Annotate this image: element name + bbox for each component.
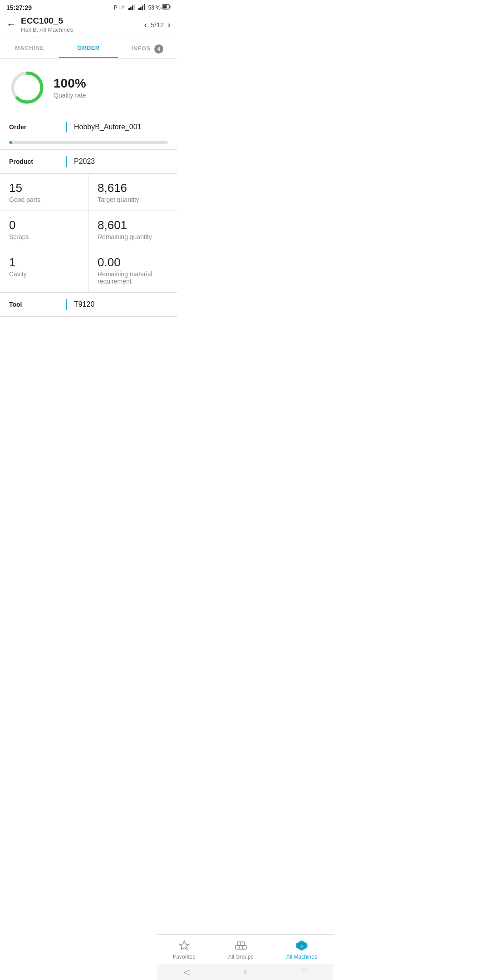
order-content: 100% Quality rate Order HobbyB_Autore_00… — [0, 59, 177, 317]
page-header: ← ECC100_5 Hall B, All Machines ‹ 5/12 › — [0, 13, 177, 38]
remaining-qty-label: Remaining quantity — [98, 233, 168, 240]
next-page-button[interactable]: › — [167, 20, 171, 30]
progress-bar-fill — [9, 141, 12, 144]
page-indicator: 5/12 — [151, 21, 164, 29]
cavity-label: Cavity — [9, 270, 79, 278]
signal-bars2 — [138, 4, 147, 11]
status-icons: P H⁺ 53 % — [114, 4, 171, 11]
order-label: Order — [9, 123, 59, 131]
stat-remaining-qty: 8,601 Remaining quantity — [88, 211, 177, 248]
carrier-icon: P — [114, 5, 118, 11]
tool-value: T9120 — [74, 300, 94, 309]
svg-rect-4 — [134, 4, 135, 10]
remaining-material-value: 0.00 — [98, 255, 168, 270]
svg-rect-3 — [132, 5, 133, 10]
signal-bars — [128, 4, 137, 11]
good-parts-value: 15 — [9, 181, 79, 195]
status-bar: 15:27:29 P H⁺ 53 % — [0, 0, 177, 13]
svg-rect-10 — [170, 6, 171, 8]
svg-rect-5 — [138, 8, 140, 10]
stat-remaining-material: 0.00 Remaining material requirement — [88, 248, 177, 292]
page-navigation: ‹ 5/12 › — [144, 20, 171, 30]
stats-grid: 15 Good parts 8,616 Target quantity 0 Sc… — [0, 174, 177, 293]
svg-rect-8 — [144, 4, 145, 10]
good-parts-label: Good parts — [9, 196, 79, 203]
order-separator — [66, 122, 67, 132]
machine-subtitle: Hall B, All Machines — [21, 26, 73, 33]
svg-rect-11 — [163, 5, 167, 9]
back-button[interactable]: ← — [6, 19, 16, 30]
product-row: Product P2023 — [0, 150, 177, 174]
machine-title: ECC100_5 — [21, 16, 73, 26]
target-qty-label: Target quantity — [98, 196, 168, 203]
svg-text:H⁺: H⁺ — [119, 5, 125, 10]
stat-target-qty: 8,616 Target quantity — [88, 174, 177, 211]
signal-icon: H⁺ — [119, 4, 127, 11]
quality-label: Quality rate — [54, 92, 86, 99]
order-value: HobbyB_Autore_001 — [74, 123, 142, 131]
tab-order[interactable]: ORDER — [59, 38, 118, 58]
svg-rect-1 — [128, 8, 130, 10]
tool-row: Tool T9120 — [0, 293, 177, 317]
svg-rect-6 — [140, 7, 142, 10]
svg-rect-2 — [130, 7, 132, 10]
stat-cavity: 1 Cavity — [0, 248, 88, 292]
progress-bar-background — [9, 141, 168, 144]
battery-icon — [162, 4, 171, 11]
stat-scraps: 0 Scraps — [0, 211, 88, 248]
tab-bar: MACHINE ORDER INFOS 4 — [0, 38, 177, 59]
target-qty-value: 8,616 — [98, 181, 168, 195]
remaining-material-label: Remaining material requirement — [98, 270, 168, 285]
tool-separator — [66, 299, 67, 310]
svg-rect-7 — [142, 5, 143, 10]
infos-badge: 4 — [154, 44, 163, 54]
tab-machine[interactable]: MACHINE — [0, 38, 59, 58]
status-time: 15:27:29 — [6, 4, 32, 11]
order-progress-row — [0, 139, 177, 150]
quality-percent: 100% — [54, 76, 86, 91]
battery-text: 53 % — [148, 5, 161, 11]
quality-circle — [9, 69, 45, 106]
scraps-label: Scraps — [9, 233, 79, 240]
tool-label: Tool — [9, 301, 59, 308]
stat-good-parts: 15 Good parts — [0, 174, 88, 211]
quality-section: 100% Quality rate — [0, 59, 177, 115]
order-row: Order HobbyB_Autore_001 — [0, 115, 177, 139]
product-separator — [66, 156, 67, 167]
cavity-value: 1 — [9, 255, 79, 270]
scraps-value: 0 — [9, 218, 79, 232]
product-label: Product — [9, 158, 59, 165]
product-value: P2023 — [74, 157, 95, 166]
prev-page-button[interactable]: ‹ — [144, 20, 147, 30]
remaining-qty-value: 8,601 — [98, 218, 168, 232]
tab-infos[interactable]: INFOS 4 — [118, 38, 177, 58]
